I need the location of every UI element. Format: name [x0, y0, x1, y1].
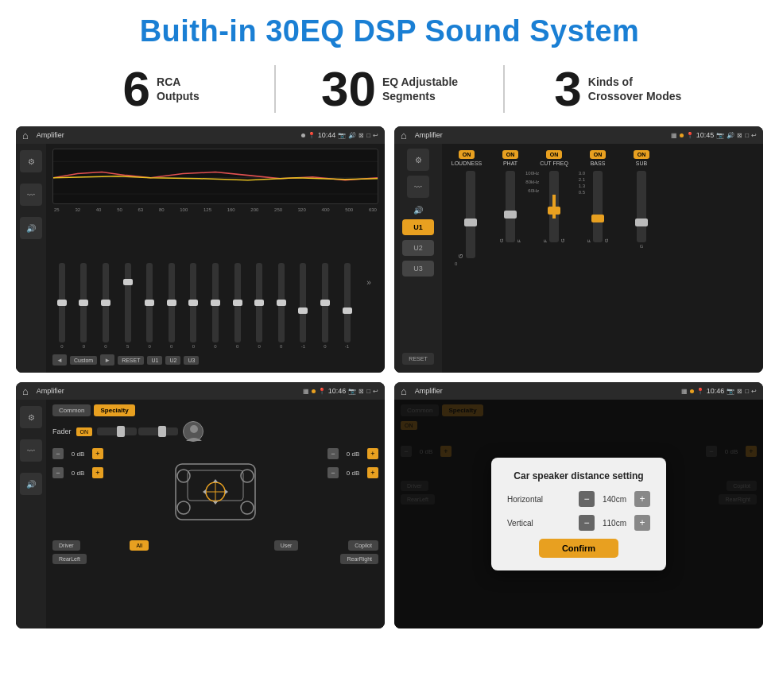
ch4-plus[interactable]: + [367, 467, 378, 478]
rearleft-btn[interactable]: RearLeft [52, 554, 87, 564]
eq-slider-11[interactable]: 0 [272, 263, 291, 349]
ch3-minus[interactable]: − [327, 448, 339, 459]
eq-filter-btn[interactable]: ⚙ [20, 150, 42, 172]
ch4-minus[interactable]: − [327, 467, 339, 478]
fader-slider-h1[interactable] [97, 427, 137, 435]
fader-on-btn[interactable]: ON [76, 427, 93, 436]
tab-specialty[interactable]: Specialty [94, 404, 134, 416]
dialog-horizontal-ctrl: − 140cm + [579, 491, 650, 507]
ch2-minus[interactable]: − [52, 467, 64, 478]
eq-slider-10[interactable]: 0 [250, 263, 269, 349]
cutfreq-slider[interactable] [549, 171, 559, 242]
back-icon3: ↩ [373, 388, 378, 395]
eq-slider-12[interactable]: -1 [294, 263, 313, 349]
fader-wave-btn[interactable]: 〰 [20, 439, 42, 462]
sub-on-btn[interactable]: ON [634, 150, 650, 159]
ch2-plus[interactable]: + [92, 467, 103, 478]
close-icon4: ⊠ [737, 388, 742, 395]
vertical-minus-btn[interactable]: − [579, 515, 595, 531]
horizontal-plus-btn[interactable]: + [634, 491, 650, 507]
user-btn[interactable]: User [274, 540, 299, 551]
screen1-time: 10:44 [318, 131, 336, 139]
eq-slider-5[interactable]: 0 [140, 263, 159, 349]
driver-btn[interactable]: Driver [52, 540, 80, 551]
amp-reset-btn[interactable]: RESET [402, 353, 434, 365]
status-orange-dot3 [312, 389, 316, 393]
cutfreq-on-btn[interactable]: ON [546, 150, 563, 159]
home-icon3[interactable]: ⌂ [22, 385, 29, 397]
eq-u1-btn[interactable]: U1 [147, 356, 162, 365]
fader-avatar-icon[interactable] [183, 421, 203, 442]
loudness-label: LOUDNESS [452, 160, 483, 166]
speaker-distance-dialog: Car speaker distance setting Horizontal … [491, 458, 666, 570]
bass-slider[interactable] [593, 171, 603, 242]
eq-slider-8[interactable]: 0 [206, 263, 225, 349]
freq-80: 80 [159, 207, 165, 212]
all-btn[interactable]: All [130, 540, 149, 551]
rearright-btn[interactable]: RearRight [340, 554, 378, 564]
close-icon: ⊠ [358, 132, 364, 139]
fader-speaker-btn[interactable]: 🔊 [20, 473, 42, 495]
side-controls: ⚙ 〰 🔊 [16, 144, 46, 373]
ch1-minus[interactable]: − [52, 448, 64, 459]
fader-slider-h2[interactable] [138, 427, 178, 435]
freq-63: 63 [138, 207, 144, 212]
eq-wave-btn[interactable]: 〰 [20, 184, 42, 206]
car-diagram [144, 448, 287, 536]
confirm-button[interactable]: Confirm [539, 539, 618, 558]
amp-u2-btn[interactable]: U2 [402, 240, 434, 256]
eq-slider-14[interactable]: -1 [338, 263, 357, 349]
volume-icon2: 🔊 [727, 132, 734, 139]
eq-speaker-btn[interactable]: 🔊 [20, 217, 42, 239]
amp-u3-btn[interactable]: U3 [402, 261, 434, 277]
svg-point-9 [241, 501, 254, 514]
loudness-slider[interactable] [466, 171, 475, 258]
eq-slider-1[interactable]: 0 [52, 263, 72, 349]
window-icon2: □ [745, 132, 749, 139]
eq-slider-4[interactable]: 5 [118, 263, 138, 349]
amp-wave-btn[interactable]: 〰 [407, 176, 429, 198]
window-icon: □ [366, 132, 370, 139]
ch1-plus[interactable]: + [92, 448, 103, 459]
phat-on-btn[interactable]: ON [502, 150, 519, 159]
fader-filter-btn[interactable]: ⚙ [20, 406, 42, 428]
eq-slider-3[interactable]: 0 [96, 263, 115, 349]
eq-slider-9[interactable]: 0 [228, 263, 247, 349]
dialog-vertical-label: Vertical [507, 519, 533, 528]
eq-u2-btn[interactable]: U2 [165, 356, 180, 365]
home-icon2[interactable]: ⌂ [401, 130, 407, 141]
freq-630: 630 [369, 207, 377, 212]
eq-reset-btn[interactable]: RESET [118, 356, 144, 365]
eq-next-btn[interactable]: ► [100, 354, 114, 365]
home-icon[interactable]: ⌂ [22, 130, 29, 141]
eq-prev-btn[interactable]: ◄ [52, 354, 67, 365]
vertical-plus-btn[interactable]: + [634, 515, 650, 531]
eq-slider-6[interactable]: 0 [162, 263, 181, 349]
bass-on-btn[interactable]: ON [590, 150, 607, 159]
tab-common[interactable]: Common [52, 404, 91, 416]
eq-graph [52, 149, 378, 204]
eq-slider-2[interactable]: 0 [75, 263, 94, 349]
horizontal-minus-btn[interactable]: − [579, 491, 595, 507]
amp-col-sub: ON SUB G [622, 150, 661, 249]
home-icon4[interactable]: ⌂ [401, 385, 407, 397]
svg-point-8 [177, 501, 190, 514]
ch3-plus[interactable]: + [367, 448, 378, 459]
eq-u3-btn[interactable]: U3 [184, 356, 199, 365]
eq-slider-13[interactable]: 0 [316, 263, 335, 349]
screen1-body: ⚙ 〰 🔊 [16, 144, 385, 373]
amp-filter-btn[interactable]: ⚙ [407, 149, 429, 171]
screen1-app-label: Amplifier [37, 131, 296, 139]
grid-icon4: ▦ [681, 388, 688, 395]
svg-point-3 [190, 425, 198, 433]
dialog-horizontal-label: Horizontal [507, 495, 543, 504]
channel-row-2: − 0 dB + [52, 467, 138, 478]
amp-u1-btn[interactable]: U1 [402, 219, 434, 235]
phat-slider[interactable] [506, 171, 515, 242]
sub-slider[interactable] [637, 171, 646, 242]
loudness-on-btn[interactable]: ON [459, 150, 475, 159]
eq-slider-7[interactable]: 0 [184, 263, 203, 349]
eq-custom-label[interactable]: Custom [70, 356, 97, 365]
window-icon4: □ [745, 388, 749, 395]
copilot-btn[interactable]: Copilot [348, 540, 378, 551]
